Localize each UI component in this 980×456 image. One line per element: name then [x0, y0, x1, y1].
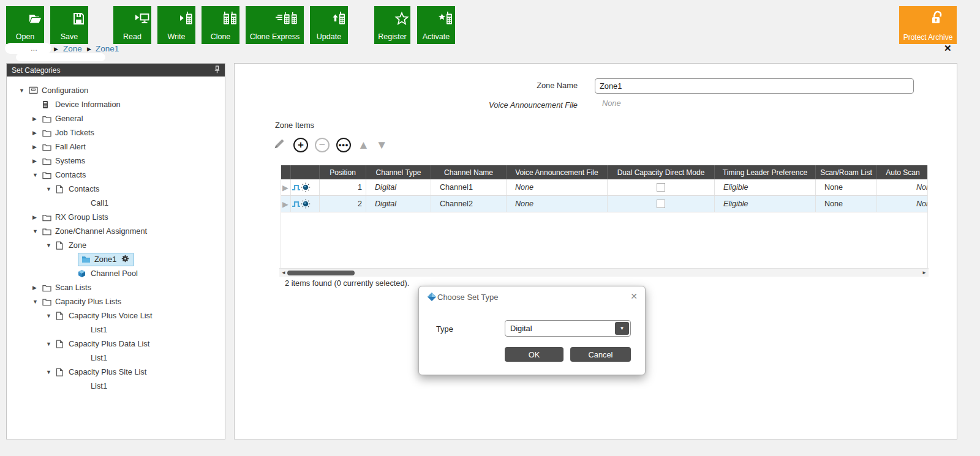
pin-icon[interactable]: [214, 65, 220, 75]
dual-capacity-checkbox[interactable]: [657, 183, 665, 192]
page-icon: [56, 312, 67, 320]
expander-icon[interactable]: [46, 186, 56, 192]
expander-icon[interactable]: [32, 299, 42, 305]
scroll-right-icon[interactable]: ►: [922, 270, 927, 275]
expander-icon[interactable]: [46, 369, 56, 375]
category-tree: Configuration Device Information General…: [7, 77, 225, 393]
close-icon[interactable]: ✕: [944, 43, 952, 54]
table-header-row: Position Channel Type Channel Name Voice…: [281, 165, 928, 179]
more-actions-button[interactable]: •••: [336, 138, 351, 152]
write-button[interactable]: Write: [157, 6, 195, 44]
expander-icon[interactable]: [19, 88, 29, 94]
scrollbar-thumb[interactable]: [287, 271, 355, 275]
save-button[interactable]: Save: [50, 6, 88, 44]
clone-button[interactable]: Clone: [202, 6, 239, 44]
expander-icon[interactable]: [32, 172, 42, 178]
sidebar-item-configuration[interactable]: Configuration: [7, 83, 225, 97]
sidebar-item-capacity-plus-lists[interactable]: Capacity Plus Lists: [7, 294, 225, 308]
ok-button[interactable]: OK: [505, 347, 564, 362]
header-channel-type[interactable]: Channel Type: [366, 165, 431, 179]
expander-icon[interactable]: [32, 285, 42, 291]
table-row[interactable]: ▶ 1 Digital Channel1 None Eligible None …: [281, 179, 928, 196]
breadcrumb-zone1[interactable]: Zone1: [96, 44, 119, 53]
clone-express-button[interactable]: Clone Express: [246, 6, 304, 44]
header-scan-roam-list[interactable]: Scan/Roam List: [816, 165, 877, 179]
sidebar-item-rx-group-lists[interactable]: RX Group Lists: [7, 210, 225, 224]
move-down-icon[interactable]: ▼: [376, 139, 388, 151]
folder-icon: [42, 283, 53, 292]
cancel-button[interactable]: Cancel: [570, 347, 631, 362]
page-icon: [56, 185, 67, 193]
sidebar-item-zone-channel-assignment[interactable]: Zone/Channel Assignment: [7, 224, 225, 238]
sidebar-item-fall-alert[interactable]: Fall Alert: [7, 140, 225, 154]
channel-item-icon: [291, 179, 320, 195]
sidebar-item-zone-set[interactable]: Zone: [7, 238, 225, 252]
expander-icon[interactable]: [32, 116, 42, 122]
set-type-dropdown[interactable]: Digital ▼: [505, 320, 631, 337]
dual-capacity-checkbox[interactable]: [657, 200, 665, 208]
sidebar-item-job-tickets[interactable]: Job Tickets: [7, 125, 225, 140]
expander-icon[interactable]: [32, 130, 42, 136]
sidebar-item-capacity-plus-site-list[interactable]: Capacity Plus Site List: [7, 365, 225, 379]
horizontal-scrollbar[interactable]: ◄ ►: [279, 268, 929, 277]
edit-pencil-icon[interactable]: [273, 136, 287, 153]
expander-icon[interactable]: [46, 242, 56, 249]
dialog-close-icon[interactable]: ✕: [630, 291, 638, 301]
open-button[interactable]: Open: [6, 6, 44, 44]
header-channel-name[interactable]: Channel Name: [431, 165, 507, 179]
sidebar-item-voice-list1[interactable]: List1: [7, 323, 225, 337]
sidebar-item-scan-lists[interactable]: Scan Lists: [7, 280, 225, 294]
expander-icon[interactable]: [32, 158, 42, 164]
sidebar-item-zone1[interactable]: Zone1: [7, 252, 225, 266]
gear-icon[interactable]: [121, 255, 129, 264]
row-expander-icon[interactable]: ▶: [281, 196, 291, 212]
table-row[interactable]: ▶ 2 Digital Channel2 None Eligible None …: [281, 196, 928, 212]
protect-archive-button[interactable]: Protect Archive: [899, 6, 957, 44]
header-dual-capacity-direct-mode[interactable]: Dual Capacity Direct Mode: [608, 165, 715, 179]
register-button[interactable]: Register: [374, 6, 410, 44]
expander-icon[interactable]: [46, 313, 56, 319]
set-type-value: Digital: [505, 324, 615, 333]
add-item-button[interactable]: +: [293, 138, 308, 152]
chevron-down-icon[interactable]: ▼: [615, 322, 629, 335]
sidebar-item-contacts-folder[interactable]: Contacts: [7, 168, 225, 182]
expander-icon[interactable]: [32, 228, 42, 234]
header-timing-leader-preference[interactable]: Timing Leader Preference: [715, 165, 816, 179]
sidebar-item-site-list1[interactable]: List1: [7, 379, 225, 393]
selected-item-highlight[interactable]: Zone1: [78, 253, 134, 266]
sidebar-item-device-information[interactable]: Device Information: [7, 97, 225, 111]
choose-set-type-dialog: Choose Set Type ✕ Type Digital ▼ OK Canc…: [418, 286, 646, 375]
scroll-left-icon[interactable]: ◄: [281, 270, 286, 275]
expander-icon[interactable]: [32, 144, 42, 150]
cell-auto-scan: None: [877, 179, 928, 195]
zone-name-input[interactable]: [595, 78, 914, 94]
sidebar-item-capacity-plus-data-list[interactable]: Capacity Plus Data List: [7, 337, 225, 351]
sidebar-item-general[interactable]: General: [7, 111, 225, 125]
expander-icon[interactable]: [32, 214, 42, 220]
sidebar-item-call1[interactable]: Call1: [7, 196, 225, 210]
row-expander-icon[interactable]: ▶: [281, 179, 291, 195]
type-label: Type: [436, 324, 453, 334]
header-auto-scan[interactable]: Auto Scan: [877, 165, 928, 179]
sidebar-item-capacity-plus-voice-list[interactable]: Capacity Plus Voice List: [7, 308, 225, 323]
page-icon: [56, 340, 67, 348]
header-voice-announcement-file[interactable]: Voice Announcement File: [507, 165, 608, 179]
header-position[interactable]: Position: [320, 165, 366, 179]
activate-button[interactable]: Activate: [417, 6, 455, 44]
cell-timing-leader: Eligible: [715, 196, 816, 212]
sidebar-item-contacts-set[interactable]: Contacts: [7, 182, 225, 196]
remove-item-button[interactable]: −: [315, 138, 330, 152]
folder-icon: [42, 297, 53, 306]
breadcrumb-zone[interactable]: Zone: [63, 44, 82, 53]
sidebar-item-channel-pool[interactable]: Channel Pool: [7, 266, 225, 280]
breadcrumb-arrow-icon: ▶: [87, 46, 91, 52]
sidebar-item-systems[interactable]: Systems: [7, 154, 225, 168]
sidebar-item-data-list1[interactable]: List1: [7, 351, 225, 365]
breadcrumb-ellipsis[interactable]: ...: [31, 43, 37, 53]
blue-folder-icon: [81, 255, 92, 263]
update-button[interactable]: Update: [310, 6, 348, 44]
device-icon: [42, 100, 53, 109]
expander-icon[interactable]: [46, 341, 56, 347]
read-button[interactable]: Read: [113, 6, 151, 44]
move-up-icon[interactable]: ▲: [358, 139, 369, 151]
